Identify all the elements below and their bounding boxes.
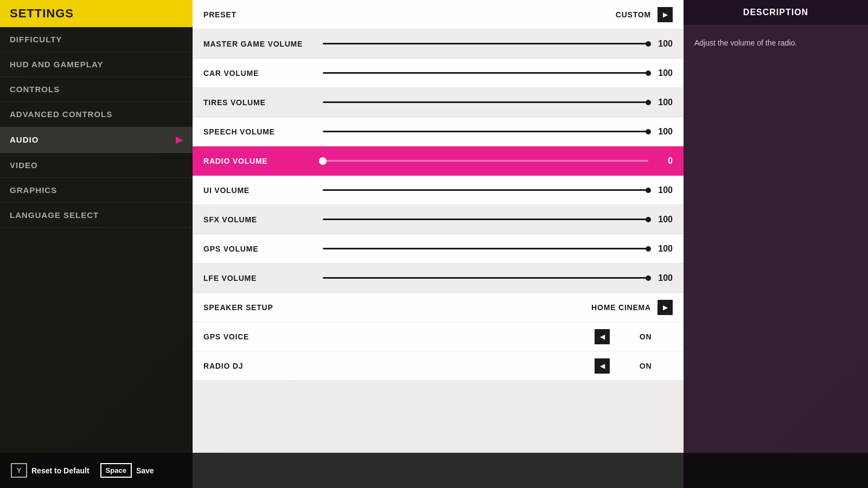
radio-volume-row: RADIO VOLUME 0 <box>193 146 684 176</box>
sidebar: SETTINGS DIFFICULTY HUD AND GAMEPLAY CON… <box>0 0 193 488</box>
master-game-volume-number: 100 <box>654 39 673 49</box>
sfx-volume-number: 100 <box>654 215 673 224</box>
car-volume-value-area: 100 <box>323 68 673 78</box>
main-layout: SETTINGS DIFFICULTY HUD AND GAMEPLAY CON… <box>0 0 868 488</box>
car-volume-slider-container[interactable] <box>323 72 648 74</box>
sidebar-item-video[interactable]: VIDEO <box>0 153 193 178</box>
speech-volume-thumb <box>646 129 651 134</box>
lfe-volume-slider-container[interactable] <box>323 277 648 279</box>
sidebar-item-graphics[interactable]: GRAPHICS <box>0 178 193 203</box>
car-volume-track <box>323 72 648 74</box>
settings-title: SETTINGS <box>0 0 193 27</box>
preset-value-area: CUSTOM ▶ <box>323 7 673 22</box>
sidebar-item-controls[interactable]: CONTROLS <box>0 77 193 102</box>
sidebar-item-difficulty[interactable]: DIFFICULTY <box>0 27 193 52</box>
car-volume-row: CAR VOLUME 100 <box>193 59 684 88</box>
tires-volume-track <box>323 101 648 103</box>
sfx-volume-thumb <box>646 217 651 222</box>
tires-volume-fill <box>323 101 648 103</box>
settings-content: PRESET CUSTOM ▶ MASTER GAME VOLUME <box>193 0 684 488</box>
sidebar-item-audio[interactable]: AUDIO ▶ <box>0 127 193 153</box>
tires-volume-slider-container[interactable] <box>323 101 648 103</box>
reset-key-badge: Y <box>11 463 27 478</box>
tires-volume-label: TIRES VOLUME <box>203 98 323 107</box>
lfe-volume-thumb <box>646 275 651 281</box>
master-game-volume-thumb <box>646 41 651 47</box>
gps-volume-number: 100 <box>654 244 673 254</box>
sfx-volume-fill <box>323 219 648 220</box>
speaker-setup-value-area: HOME CINEMA ▶ <box>323 300 673 315</box>
radio-volume-label: RADIO VOLUME <box>203 157 323 165</box>
master-game-volume-fill <box>323 43 648 44</box>
lfe-volume-number: 100 <box>654 273 673 283</box>
lfe-volume-value-area: 100 <box>323 273 673 283</box>
master-game-volume-row: MASTER GAME VOLUME 100 <box>193 29 684 59</box>
radio-volume-track <box>323 160 648 162</box>
master-game-volume-slider-container[interactable] <box>323 43 648 44</box>
sidebar-item-language-select[interactable]: LANGUAGE SELECT <box>0 203 193 228</box>
sidebar-item-hud-and-gameplay[interactable]: HUD AND GAMEPLAY <box>0 52 193 77</box>
tires-volume-thumb <box>646 100 651 105</box>
lfe-volume-label: LFE VOLUME <box>203 274 323 282</box>
gps-voice-prev-button[interactable]: ◀ <box>595 329 610 344</box>
radio-volume-number: 0 <box>654 156 673 166</box>
preset-value: CUSTOM <box>616 10 651 19</box>
radio-volume-thumb <box>319 157 327 165</box>
bottom-bar: Y Reset to Default Space Save <box>0 453 868 488</box>
ui-volume-fill <box>323 189 648 191</box>
reset-to-default-button[interactable]: Y Reset to Default <box>11 463 90 478</box>
gps-volume-track <box>323 248 648 249</box>
sfx-volume-label: SFX VOLUME <box>203 215 323 224</box>
tires-volume-value-area: 100 <box>323 98 673 107</box>
ui-volume-track <box>323 189 648 191</box>
master-game-volume-track <box>323 43 648 44</box>
gps-volume-fill <box>323 248 648 249</box>
master-game-volume-label: MASTER GAME VOLUME <box>203 40 323 48</box>
radio-volume-value-area: 0 <box>323 156 673 166</box>
sidebar-item-advanced-controls[interactable]: ADVANCED CONTROLS <box>0 102 193 127</box>
description-panel: DESCRIPTION Adjust the volume of the rad… <box>684 0 868 488</box>
master-game-volume-value-area: 100 <box>323 39 673 49</box>
radio-dj-label: RADIO DJ <box>203 362 323 370</box>
radio-dj-prev-button[interactable]: ◀ <box>595 358 610 374</box>
save-key-badge: Space <box>100 463 132 478</box>
gps-voice-label: GPS VOICE <box>203 332 323 341</box>
car-volume-number: 100 <box>654 68 673 78</box>
radio-dj-value: ON <box>618 362 673 370</box>
sfx-volume-value-area: 100 <box>323 215 673 224</box>
gps-volume-slider-container[interactable] <box>323 248 648 249</box>
radio-dj-row: RADIO DJ ◀ ON <box>193 351 684 381</box>
ui-volume-slider-container[interactable] <box>323 189 648 191</box>
speech-volume-track <box>323 131 648 132</box>
preset-next-button[interactable]: ▶ <box>658 7 673 22</box>
gps-volume-thumb <box>646 246 651 252</box>
sfx-volume-slider-container[interactable] <box>323 219 648 220</box>
description-header: DESCRIPTION <box>684 0 868 26</box>
save-button[interactable]: Space Save <box>100 463 154 478</box>
audio-nav-arrow: ▶ <box>176 134 183 145</box>
speech-volume-slider-container[interactable] <box>323 131 648 132</box>
car-volume-label: CAR VOLUME <box>203 69 323 78</box>
description-body: Adjust the volume of the radio. <box>684 26 868 60</box>
gps-voice-select-area: ◀ ON <box>323 329 673 344</box>
gps-voice-row: GPS VOICE ◀ ON <box>193 322 684 351</box>
ui-volume-thumb <box>646 188 651 193</box>
speaker-setup-next-button[interactable]: ▶ <box>658 300 673 315</box>
car-volume-thumb <box>646 70 651 76</box>
sfx-volume-track <box>323 219 648 220</box>
speech-volume-row: SPEECH VOLUME 100 <box>193 117 684 146</box>
speaker-setup-value: HOME CINEMA <box>591 303 651 312</box>
ui-volume-number: 100 <box>654 185 673 195</box>
radio-volume-slider-container[interactable] <box>323 160 648 162</box>
ui-volume-label: UI VOLUME <box>203 186 323 195</box>
settings-list: PRESET CUSTOM ▶ MASTER GAME VOLUME <box>193 0 684 488</box>
speech-volume-value-area: 100 <box>323 127 673 137</box>
ui-volume-value-area: 100 <box>323 185 673 195</box>
gps-volume-row: GPS VOLUME 100 <box>193 234 684 264</box>
speech-volume-label: SPEECH VOLUME <box>203 127 323 136</box>
car-volume-fill <box>323 72 648 74</box>
preset-label: PRESET <box>203 10 323 19</box>
preset-row: PRESET CUSTOM ▶ <box>193 0 684 29</box>
speech-volume-number: 100 <box>654 127 673 137</box>
gps-volume-value-area: 100 <box>323 244 673 254</box>
